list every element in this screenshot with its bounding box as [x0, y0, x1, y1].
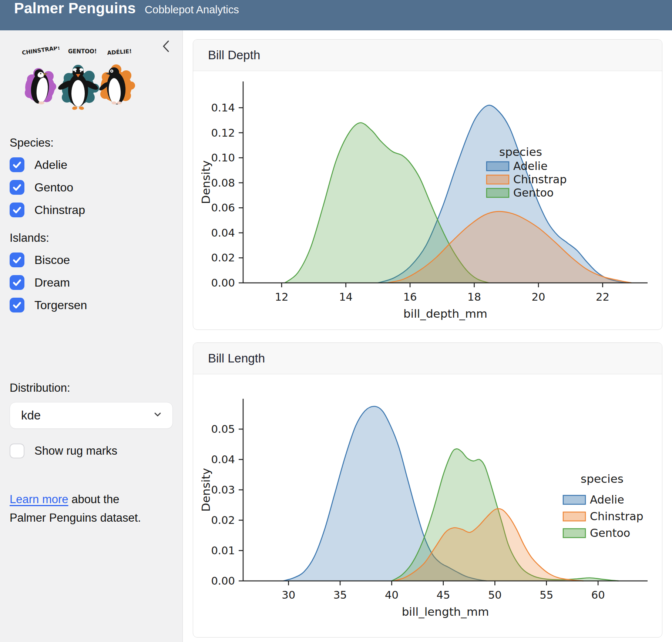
sidebar: CHINSTRAP! GENTOO! ADÉLIE! Species: Adel…: [0, 30, 183, 642]
checkbox-label: Dream: [34, 276, 70, 290]
checkbox-row-chinstrap[interactable]: Chinstrap: [10, 203, 182, 217]
checkbox-biscoe[interactable]: [10, 253, 24, 267]
svg-text:0.02: 0.02: [211, 514, 235, 526]
app-header: Palmer Penguins Cobblepot Analytics: [0, 0, 672, 30]
svg-text:0.14: 0.14: [211, 101, 235, 114]
svg-text:Chinstrap: Chinstrap: [590, 510, 643, 523]
svg-text:0.12: 0.12: [211, 127, 235, 139]
distribution-label: Distribution:: [10, 381, 182, 395]
bill-depth-card: Bill Depth 1214161820220.000.020.040.060…: [193, 39, 662, 330]
svg-text:Adelie: Adelie: [590, 493, 624, 506]
svg-text:22: 22: [596, 291, 609, 303]
svg-text:12: 12: [275, 291, 289, 303]
bill-depth-chart: 1214161820220.000.020.040.060.080.100.12…: [193, 71, 662, 330]
bill-depth-card-title: Bill Depth: [193, 40, 662, 71]
check-icon: [11, 276, 23, 289]
svg-text:20: 20: [532, 291, 545, 303]
svg-text:species: species: [499, 145, 542, 158]
check-icon: [11, 254, 23, 266]
svg-text:Density: Density: [199, 468, 212, 512]
svg-text:35: 35: [333, 589, 347, 601]
svg-text:Adelie: Adelie: [513, 160, 548, 173]
sidebar-collapse-button[interactable]: [159, 39, 173, 55]
adelie-label: ADÉLIE!: [107, 47, 132, 56]
bill-length-chart: 303540455055600.000.010.020.030.040.05bi…: [193, 374, 662, 637]
checkbox-label: Biscoe: [34, 253, 70, 267]
checkbox-row-biscoe[interactable]: Biscoe: [10, 253, 182, 267]
checkbox-label: Torgersen: [34, 298, 87, 312]
check-icon: [11, 158, 23, 171]
chinstrap-label: CHINSTRAP!: [21, 47, 60, 56]
checkbox-chinstrap[interactable]: [10, 203, 24, 217]
chevron-left-icon: [161, 49, 171, 55]
svg-text:0.06: 0.06: [211, 201, 235, 214]
svg-text:species: species: [581, 472, 624, 485]
svg-text:0.10: 0.10: [211, 151, 235, 164]
bill-length-card: Bill Length 303540455055600.000.010.020.…: [193, 342, 662, 638]
svg-text:16: 16: [403, 291, 417, 303]
svg-text:0.03: 0.03: [211, 484, 235, 496]
rug-marks-row[interactable]: Show rug marks: [10, 444, 182, 458]
checkbox-dream[interactable]: [10, 275, 24, 290]
dataset-footnote: Learn more about the Palmer Penguins dat…: [10, 490, 150, 527]
chevron-down-icon: [152, 408, 163, 422]
islands-checkbox-group: Biscoe Dream Torgersen: [10, 253, 182, 312]
check-icon: [11, 299, 23, 311]
svg-text:Chinstrap: Chinstrap: [513, 173, 567, 186]
svg-text:14: 14: [339, 291, 353, 303]
svg-text:0.05: 0.05: [211, 423, 235, 435]
svg-text:Gentoo: Gentoo: [513, 186, 554, 199]
svg-text:0.04: 0.04: [211, 453, 235, 466]
islands-group-label: Islands:: [10, 231, 182, 245]
checkbox-row-adelie[interactable]: Adelie: [10, 157, 182, 172]
checkbox-label: Adelie: [34, 158, 67, 172]
species-checkbox-group: Adelie Gentoo Chinstrap: [10, 157, 182, 217]
svg-text:0.04: 0.04: [211, 227, 235, 239]
svg-text:0.00: 0.00: [211, 575, 235, 587]
bill-length-card-title: Bill Length: [193, 343, 662, 374]
checkbox-row-torgersen[interactable]: Torgersen: [10, 298, 182, 312]
checkbox-row-gentoo[interactable]: Gentoo: [10, 180, 182, 195]
app-title: Palmer Penguins: [14, 0, 136, 17]
svg-text:50: 50: [488, 589, 502, 601]
svg-text:30: 30: [282, 589, 295, 601]
svg-text:60: 60: [591, 589, 605, 601]
learn-more-link[interactable]: Learn more: [10, 493, 68, 506]
species-group-label: Species:: [10, 136, 182, 150]
penguins-illustration: CHINSTRAP! GENTOO! ADÉLIE!: [17, 47, 139, 118]
checkbox-label: Show rug marks: [34, 444, 117, 458]
checkbox-row-dream[interactable]: Dream: [10, 275, 182, 290]
svg-text:0.00: 0.00: [211, 277, 235, 289]
check-icon: [11, 181, 23, 194]
main-content: Bill Depth 1214161820220.000.020.040.060…: [183, 30, 672, 642]
svg-text:40: 40: [385, 589, 399, 601]
checkbox-adelie[interactable]: [10, 157, 24, 172]
check-icon: [11, 204, 23, 216]
gentoo-label: GENTOO!: [68, 48, 97, 55]
svg-text:bill_depth_mm: bill_depth_mm: [403, 307, 487, 320]
svg-text:0.01: 0.01: [211, 544, 235, 557]
checkbox-label: Gentoo: [34, 181, 73, 194]
svg-text:55: 55: [540, 589, 553, 601]
svg-text:0.02: 0.02: [211, 251, 235, 264]
checkbox-gentoo[interactable]: [10, 180, 24, 195]
checkbox-rug-marks[interactable]: [10, 444, 24, 458]
svg-text:45: 45: [436, 589, 450, 601]
svg-text:Density: Density: [199, 160, 212, 204]
checkbox-label: Chinstrap: [34, 203, 85, 217]
distribution-select[interactable]: kde: [10, 402, 173, 429]
svg-text:Gentoo: Gentoo: [590, 526, 630, 539]
svg-text:bill_length_mm: bill_length_mm: [402, 605, 489, 618]
svg-text:18: 18: [467, 291, 481, 303]
distribution-selected-value: kde: [21, 408, 41, 422]
checkbox-torgersen[interactable]: [10, 298, 24, 312]
svg-text:0.08: 0.08: [211, 177, 235, 189]
app-subtitle: Cobblepot Analytics: [145, 4, 239, 16]
